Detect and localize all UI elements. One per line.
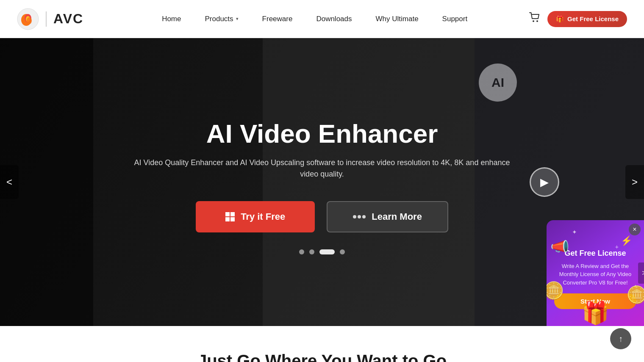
- get-free-btn-label: Get Free License: [567, 15, 619, 22]
- free-license-popup: × > ✦ ✦ + 📣 ⚡ Get Free License Write A R…: [547, 220, 644, 326]
- nav-support[interactable]: Support: [430, 0, 480, 38]
- nav-links: Home Products ▾ Freeware Downloads Why U…: [100, 0, 529, 38]
- sparkle-icon-3: +: [615, 243, 619, 250]
- prev-arrow-label: <: [6, 176, 12, 188]
- slide-dot-1[interactable]: [299, 249, 304, 254]
- hero-prev-arrow[interactable]: <: [0, 165, 19, 199]
- try-it-free-button[interactable]: Try it Free: [196, 201, 315, 232]
- try-btn-label: Try it Free: [241, 211, 285, 222]
- close-icon: ×: [633, 226, 636, 233]
- navbar: AVC Home Products ▾ Freeware Downloads W…: [0, 0, 644, 38]
- more-icon: [353, 215, 366, 218]
- section-title: Just Go Where You Want to Go: [17, 351, 627, 362]
- hero-buttons: Try it Free Learn More: [196, 201, 448, 232]
- nav-why-ultimate[interactable]: Why Ultimate: [364, 0, 430, 38]
- hero-subtitle: AI Video Quality Enhancer and AI Video U…: [131, 157, 513, 180]
- hero-title: AI Video Enhancer: [206, 119, 438, 149]
- nav-products-label: Products: [205, 15, 233, 23]
- nav-right: 🎁 Get Free License: [529, 11, 627, 27]
- lightning-icon: ⚡: [621, 235, 632, 246]
- nav-products[interactable]: Products ▾: [193, 0, 250, 38]
- popup-body: Write A Review and Get the Monthly Licen…: [554, 262, 636, 287]
- gift-icon-large: 🎁: [582, 300, 609, 326]
- svg-point-5: [533, 20, 534, 22]
- nav-home[interactable]: Home: [150, 0, 193, 38]
- coin-right-icon: 🪙: [626, 285, 644, 305]
- below-hero-section: Just Go Where You Want to Go: [0, 326, 644, 362]
- logo-text: AVC: [53, 11, 83, 27]
- chevron-down-icon: ▾: [236, 16, 239, 22]
- hero-section: < AI ▶ AI Video Enhancer AI Video Qualit…: [0, 38, 644, 326]
- logo-divider: [46, 11, 47, 27]
- learn-btn-label: Learn More: [372, 211, 422, 222]
- slide-dot-4[interactable]: [340, 249, 345, 254]
- next-arrow-label: >: [632, 176, 638, 188]
- coin-left-icon: 🪙: [547, 281, 564, 301]
- scroll-to-top-button[interactable]: ↑: [610, 328, 631, 349]
- cart-icon[interactable]: [529, 12, 541, 26]
- svg-point-4: [27, 17, 32, 24]
- logo-icon: [17, 8, 39, 30]
- sparkle-icon-1: ✦: [572, 229, 577, 235]
- logo[interactable]: AVC: [17, 8, 83, 30]
- slide-dot-2[interactable]: [309, 249, 314, 254]
- hero-next-arrow[interactable]: >: [625, 165, 644, 199]
- gift-icon: 🎁: [556, 15, 564, 23]
- popup-next-button[interactable]: >: [638, 263, 644, 284]
- popup-next-label: >: [642, 269, 644, 277]
- get-free-license-button[interactable]: 🎁 Get Free License: [547, 11, 627, 27]
- slide-dot-3[interactable]: [319, 249, 335, 254]
- learn-more-button[interactable]: Learn More: [327, 201, 448, 232]
- nav-downloads[interactable]: Downloads: [304, 0, 364, 38]
- popup-close-button[interactable]: ×: [629, 224, 641, 235]
- nav-freeware[interactable]: Freeware: [250, 0, 305, 38]
- windows-icon: [225, 212, 235, 221]
- svg-point-6: [536, 20, 538, 22]
- slide-indicators: [299, 249, 345, 254]
